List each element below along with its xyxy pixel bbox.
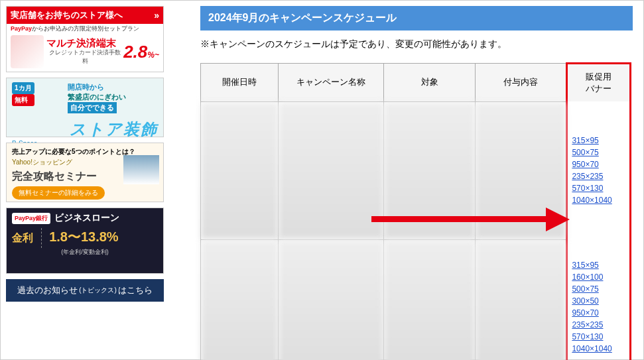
banner-size-link[interactable]: 570×130	[572, 331, 625, 343]
promo-banner-business-loan[interactable]: PayPay銀行 ビジネスローン 金利 1.8〜13.8% (年金利/変動金利)	[6, 208, 164, 274]
banner-size-link[interactable]: 1040×1040	[572, 194, 625, 206]
banner2-main: ストア装飾	[12, 119, 158, 140]
past-notice-post: はこちら	[118, 284, 153, 296]
cell-blurred	[201, 239, 279, 360]
banner-size-link[interactable]: 500×75	[572, 283, 625, 295]
past-notice-small: (トピックス)	[79, 286, 117, 295]
cell-blurred	[384, 239, 476, 360]
banner-size-link[interactable]: 160×100	[572, 271, 625, 283]
cell-banner-links-1: 315×95500×75950×70235×235570×1301040×104…	[567, 101, 631, 239]
banner4-sub: (年金利/変動金利)	[12, 248, 158, 257]
banner-size-link[interactable]: 315×95	[572, 135, 625, 147]
banner1-main: マルチ決済端末	[46, 38, 123, 49]
paypay-bank-label: PayPay銀行	[12, 213, 50, 224]
terminal-image	[11, 35, 44, 68]
past-notice-link[interactable]: 過去のお知らせ (トピックス) はこちら	[6, 279, 164, 302]
main-content: 2024年9月のキャンペーンスケジュール ※キャンペーンのスケジュールは予定であ…	[170, 1, 643, 359]
banner-size-link[interactable]: 315×95	[572, 259, 625, 271]
banner2-badge-bottom: 無料	[12, 94, 34, 106]
table-row: 315×95500×75950×70235×235570×1301040×104…	[201, 101, 631, 239]
banner2-badge-top: 1カ月	[12, 82, 34, 94]
cell-blurred	[201, 101, 279, 239]
banner4-title: ビジネスローン	[54, 212, 119, 224]
banner-size-link[interactable]: 950×70	[572, 158, 625, 170]
th-date: 開催日時	[201, 64, 279, 102]
seminar-image	[123, 155, 159, 184]
th-content: 付与内容	[476, 64, 567, 102]
table-row: 315×95160×100500×75300×50950×70235×23557…	[201, 239, 631, 360]
banner1-top-text: 実店舗をお持ちのストア様へ	[11, 9, 123, 21]
promo-banner-seminar[interactable]: 売上アップに必要な5つのポイントとは？ Yahoo!ショッピング 完全攻略セミナ…	[6, 143, 164, 202]
th-target: 対象	[384, 64, 476, 102]
promo-banner-paypay-terminal[interactable]: 実店舗をお持ちのストア様へ » PayPayPayPayからお申込みの方限定特別…	[6, 6, 164, 72]
banner1-rate: 2.8%~	[123, 42, 159, 62]
banner-size-link[interactable]: 500×75	[572, 147, 625, 158]
cell-blurred	[476, 101, 567, 239]
banner4-rate: 金利 1.8〜13.8%	[12, 228, 158, 248]
campaign-schedule-table: 開催日時 キャンペーン名称 対象 付与内容 販促用 バナー 315×95500×…	[200, 62, 631, 360]
banner-size-link[interactable]: 300×50	[572, 295, 625, 307]
th-banner: 販促用 バナー	[567, 64, 631, 102]
page-title: 2024年9月のキャンペーンスケジュール	[200, 6, 633, 30]
past-notice-pre: 過去のお知らせ	[17, 284, 78, 296]
banner2-line3: 自分でできる	[68, 102, 117, 113]
banner2-line2: 繁盛店のにぎわい	[68, 92, 126, 102]
cell-blurred	[384, 101, 476, 239]
banner2-line1: 開店時から	[68, 82, 126, 92]
cell-banner-links-2: 315×95160×100500×75300×50950×70235×23557…	[567, 239, 631, 360]
schedule-note: ※キャンペーンのスケジュールは予定であり、変更の可能性があります。	[200, 38, 633, 50]
banner-size-link[interactable]: 1040×1040	[572, 343, 625, 355]
banner-size-link[interactable]: 950×70	[572, 307, 625, 319]
cell-blurred	[476, 239, 567, 360]
cell-blurred	[278, 101, 383, 239]
sidebar: 実店舗をお持ちのストア様へ » PayPayPayPayからお申込みの方限定特別…	[1, 1, 170, 359]
banner-size-link[interactable]: 235×235	[572, 170, 625, 182]
th-name: キャンペーン名称	[278, 64, 383, 102]
banner-size-link[interactable]: 235×235	[572, 319, 625, 331]
promo-banner-store-decoration[interactable]: 1カ月 無料 開店時から 繁盛店のにぎわい 自分でできる ストア装飾 B-Spa…	[6, 78, 164, 137]
chevron-right-icon: »	[154, 10, 159, 21]
banner-size-link[interactable]: 570×130	[572, 182, 625, 194]
banner1-bottom: クレジットカード決済手数料	[46, 48, 123, 66]
banner3-button[interactable]: 無料セミナーの詳細をみる	[12, 186, 105, 200]
cell-blurred	[278, 239, 383, 360]
